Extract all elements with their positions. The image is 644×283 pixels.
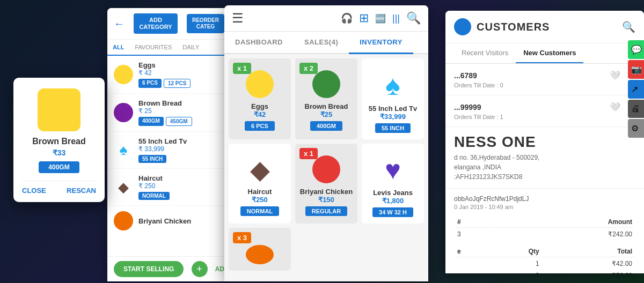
print-icon[interactable]: 🖨 bbox=[628, 100, 644, 118]
inv-grid-content: x 1 Eggs ₹42 6 PCS x 2 Brown Bread ₹25 4… bbox=[224, 54, 428, 277]
grid-card-empty-3 bbox=[362, 228, 424, 271]
back-button[interactable]: ← bbox=[114, 18, 125, 30]
levis-card-price: ₹1,800 bbox=[382, 197, 404, 205]
nav-sales[interactable]: SALES(4) bbox=[294, 32, 349, 53]
tab-all[interactable]: ALL bbox=[107, 40, 129, 56]
tab-new-customers[interactable]: New Customers bbox=[516, 43, 583, 63]
levis-heart-icon: ♥ bbox=[385, 154, 401, 185]
product-card-price: ₹33 bbox=[53, 148, 66, 157]
grid-card-levis[interactable]: ♥ Levis Jeans ₹1,800 34 W 32 H bbox=[362, 144, 424, 224]
grid-row-2: ◆ Haircut ₹250 NORMAL x 1 Briyani Chicke… bbox=[229, 144, 424, 224]
settings-icon[interactable]: ⚙ bbox=[628, 119, 644, 138]
list-item-eggs[interactable]: Eggs ₹ 42 6 PCS 12 PCS bbox=[107, 56, 231, 94]
inventory-grid-panel: ☰ 🎧 ⊞ 🆕 ||| 🔍 DASHBOARD SALES(4) INVENTO… bbox=[224, 5, 428, 281]
grid-card-brown-bread[interactable]: x 2 Brown Bread ₹25 400GM bbox=[295, 58, 357, 139]
headset-icon[interactable]: 🎧 bbox=[341, 12, 353, 24]
list-item-brown-bread[interactable]: Brown Bread ₹ 25 400GM 450GM bbox=[107, 94, 231, 132]
camera-icon[interactable]: 📷 bbox=[628, 60, 644, 79]
product-card-image bbox=[38, 88, 80, 131]
favorite-icon-1[interactable]: 🤍 bbox=[610, 70, 620, 80]
product-card: Brown Bread ₹33 400GM CLOSE RESCAN bbox=[13, 78, 105, 202]
inv-grid-nav: DASHBOARD SALES(4) INVENTORY bbox=[224, 32, 428, 54]
transaction-section: obbAoJqFzRcNfw1PdjdLJ 0 Jan 2019 - 10:49… bbox=[445, 189, 644, 273]
table-row: 2 ₹50.00 bbox=[455, 270, 634, 273]
brown-bread-card-tag: 400GM bbox=[310, 121, 342, 131]
menu-icon[interactable]: ☰ bbox=[232, 11, 244, 26]
brown-bread-card-name: Brown Bread bbox=[305, 102, 348, 110]
briyani-card-tag: REGULAR bbox=[305, 206, 347, 216]
add-category-button[interactable]: ADDCATEGORY bbox=[134, 13, 177, 34]
add-label: AD bbox=[215, 265, 224, 273]
badge-eggs: x 1 bbox=[233, 63, 251, 74]
haircut-card-price: ₹250 bbox=[252, 196, 268, 204]
customers-header: 👤 CUSTOMERS 🔍 bbox=[445, 11, 644, 43]
search-icon[interactable]: 🔍 bbox=[622, 20, 635, 33]
customers-title: CUSTOMERS bbox=[477, 21, 550, 33]
tv-card-tag: 55 INCH bbox=[375, 123, 411, 133]
business-name: NESS ONE bbox=[454, 133, 635, 151]
eggs-card-name: Eggs bbox=[251, 102, 268, 110]
product-card-tag: 400GM bbox=[39, 161, 79, 173]
grid-row-3: x 3 bbox=[229, 228, 424, 271]
grid-card-haircut[interactable]: ◆ Haircut ₹250 NORMAL bbox=[229, 144, 291, 224]
grid-card-briyani[interactable]: x 1 Briyani Chicken ₹150 REGULAR bbox=[295, 144, 357, 224]
reorder-category-button[interactable]: REORDERCATEG bbox=[187, 14, 224, 33]
rescan-button[interactable]: RESCAN bbox=[67, 187, 96, 195]
inv-bottom-bar: START SELLING + AD bbox=[107, 256, 231, 281]
grid-card-tv[interactable]: ♠ 55 Inch Led Tv ₹33,999 55 INCH bbox=[362, 58, 424, 139]
badge-briyani: x 1 bbox=[299, 148, 318, 159]
list-item-haircut[interactable]: ◆ Haircut ₹ 250 NORMAL bbox=[107, 169, 231, 206]
add-item-button[interactable]: + bbox=[192, 261, 208, 277]
barcode-icon[interactable]: ||| bbox=[392, 13, 400, 24]
inventory-list-panel: ← ADDCATEGORY REORDERCATEG ALL FAVOURITE… bbox=[107, 8, 231, 281]
txn-date: 0 Jan 2019 - 10:49 am bbox=[454, 204, 635, 210]
customer-item-1: ...6789 🤍 ⋮ Orders Till Date : 0 bbox=[445, 64, 644, 95]
brown-bread-card-price: ₹25 bbox=[320, 110, 332, 118]
table-row: 1 ₹42.00 bbox=[455, 258, 634, 269]
customers-tabs: Recent Visitors New Customers bbox=[445, 43, 644, 64]
orange-circle-icon bbox=[246, 245, 274, 264]
product-card-name: Brown Bread bbox=[32, 137, 86, 146]
grid-card-orange[interactable]: x 3 bbox=[229, 228, 291, 271]
levis-card-name: Levis Jeans bbox=[373, 189, 413, 197]
eggs-card-tag: 6 PCS bbox=[245, 121, 275, 131]
product-card-actions: CLOSE RESCAN bbox=[22, 181, 96, 195]
tab-recent-visitors[interactable]: Recent Visitors bbox=[454, 43, 516, 63]
col-amount: Amount bbox=[495, 217, 634, 228]
inv-list-tabs: ALL FAVOURITES DAILY bbox=[107, 40, 231, 56]
search-icon[interactable]: 🔍 bbox=[406, 11, 421, 25]
customers-panel: 👤 CUSTOMERS 🔍 💬 📷 ↗ 🖨 ⚙ Recent Visitors … bbox=[445, 11, 644, 273]
haircut-card-tag: NORMAL bbox=[240, 206, 279, 216]
inv-list-header: ← ADDCATEGORY REORDERCATEG bbox=[107, 8, 231, 40]
new-item-icon[interactable]: 🆕 bbox=[375, 13, 386, 24]
nav-inventory[interactable]: INVENTORY bbox=[349, 32, 413, 54]
whatsapp-icon[interactable]: 💬 bbox=[628, 40, 644, 59]
transaction-table: # Amount 3 ₹242.00 bbox=[454, 215, 635, 241]
eggs-circle-icon bbox=[246, 70, 274, 98]
haircut-icon: ◆ bbox=[114, 177, 133, 197]
list-item-tv[interactable]: ♠ 55 Inch Led Tv ₹ 33,999 55 INCH bbox=[107, 132, 231, 169]
briyani-circle-icon bbox=[312, 155, 340, 183]
tab-favourites[interactable]: FAVOURITES bbox=[129, 40, 177, 55]
nav-dashboard[interactable]: DASHBOARD bbox=[224, 32, 294, 53]
close-button[interactable]: CLOSE bbox=[22, 187, 46, 195]
tab-daily[interactable]: DAILY bbox=[177, 40, 204, 55]
list-item-briyani[interactable]: Briyani Chicken bbox=[107, 206, 231, 258]
grid-card-empty-2 bbox=[295, 228, 357, 271]
badge-orange: x 3 bbox=[233, 232, 251, 243]
grid-icon[interactable]: ⊞ bbox=[359, 11, 369, 25]
customer-orders-2: Orders Till Date : 1 bbox=[454, 114, 635, 120]
tv-icon: ♠ bbox=[114, 140, 133, 160]
address-text: d no. 36,Hyderabad - 500029,elangana ,IN… bbox=[454, 153, 635, 182]
inv-grid-topbar: ☰ 🎧 ⊞ 🆕 ||| 🔍 bbox=[224, 5, 428, 32]
levis-card-tag: 34 W 32 H bbox=[372, 207, 413, 217]
briyani-card-price: ₹150 bbox=[318, 196, 334, 204]
side-icons-strip: 💬 📷 ↗ 🖨 ⚙ bbox=[628, 40, 644, 138]
haircut-card-name: Haircut bbox=[248, 188, 272, 196]
grid-card-eggs[interactable]: x 1 Eggs ₹42 6 PCS bbox=[229, 58, 291, 139]
share-icon[interactable]: ↗ bbox=[628, 80, 644, 99]
favorite-icon-2[interactable]: 🤍 bbox=[610, 102, 620, 112]
start-selling-button[interactable]: START SELLING bbox=[114, 261, 184, 277]
customers-address: NESS ONE d no. 36,Hyderabad - 500029,ela… bbox=[445, 127, 644, 189]
briyani-card-name: Briyani Chicken bbox=[300, 188, 353, 196]
